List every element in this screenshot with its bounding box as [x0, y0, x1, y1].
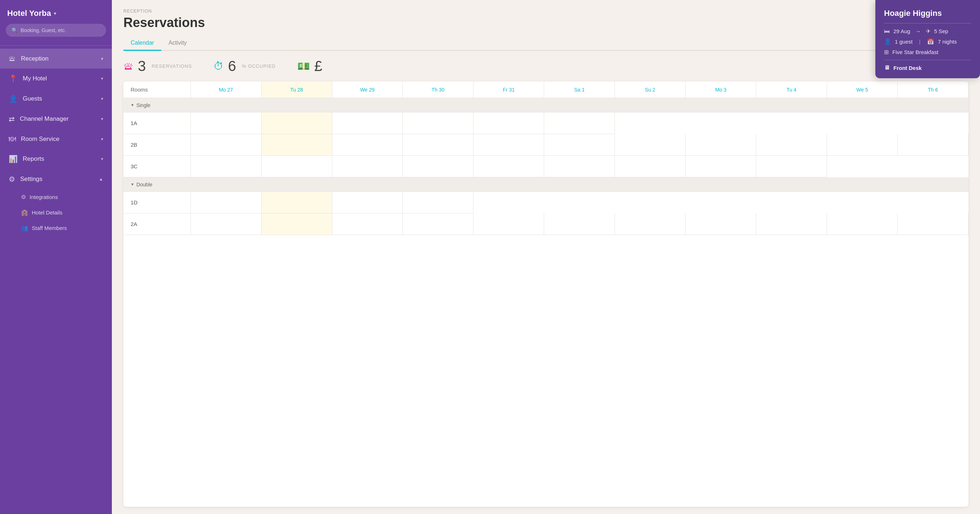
calendar-cell[interactable]: [261, 134, 332, 156]
sidebar-item-guests[interactable]: 👤 Guests ▾: [0, 89, 112, 109]
calendar-cell[interactable]: [402, 156, 473, 177]
room-name-3C: 3C: [123, 156, 191, 177]
table-row: 2B: [123, 134, 969, 156]
stats-bar: 🛎 3 RESERVATIONS ⏱ 6 % OCCUPIED 💵 £: [112, 51, 980, 81]
hotel-details-icon: 🏨: [21, 209, 28, 216]
calendar-cell[interactable]: [473, 213, 544, 235]
sub-item-label: Staff Members: [32, 225, 67, 231]
calendar-cell[interactable]: [898, 213, 969, 235]
sidebar-item-my-hotel[interactable]: 📍 My Hotel ▾: [0, 68, 112, 89]
calendar-cell[interactable]: [473, 113, 544, 134]
sidebar-sub-integrations[interactable]: ⚙ Integrations: [0, 189, 112, 205]
sidebar-item-channel-manager[interactable]: ⇄ Channel Manager ▾: [0, 109, 112, 129]
calendar-cell[interactable]: [261, 192, 332, 213]
calendar-cell[interactable]: [332, 113, 402, 134]
calendar-cell[interactable]: [261, 213, 332, 235]
my-hotel-icon: 📍: [9, 74, 18, 83]
group-header-single[interactable]: ▼ Single: [123, 98, 969, 113]
group-header-double[interactable]: ▼ Double: [123, 177, 969, 192]
calendar-cell[interactable]: [615, 213, 686, 235]
cal-icon: 📅: [927, 38, 934, 45]
calendar-cell[interactable]: [402, 192, 473, 213]
popup-checkout: 5 Sep: [934, 28, 948, 34]
stat-occupied: ⏱ 6 % OCCUPIED: [213, 58, 276, 74]
calendar-cell[interactable]: [544, 213, 615, 235]
calendar-cell[interactable]: [615, 156, 686, 177]
integrations-icon: ⚙: [21, 194, 26, 200]
calendar-cell[interactable]: [827, 134, 898, 156]
calendar-container[interactable]: Rooms Mo 27Tu 28We 29Th 30Fr 31Sa 1Su 2M…: [123, 81, 969, 507]
popup-guests: 1 guest: [895, 38, 913, 45]
calendar-cell[interactable]: [686, 213, 756, 235]
chevron-icon: ▾: [101, 56, 103, 61]
calendar-cell[interactable]: [261, 113, 332, 134]
calendar-cell[interactable]: [191, 156, 261, 177]
bed-icon: 🛏: [884, 28, 890, 35]
main-header: RECEPTION Reservations Calendar Activity: [112, 0, 980, 51]
sidebar-item-label: Reception: [21, 55, 49, 62]
arrow-icon: →: [915, 28, 921, 34]
popup-meal-row: ⊞ Five Star Breakfast: [884, 49, 971, 56]
sidebar: Hotel Yorba ▾ 🔍 🛎 Reception ▾ 📍 My Hotel…: [0, 0, 112, 514]
calendar-cell[interactable]: [827, 213, 898, 235]
calendar-cell[interactable]: [473, 156, 544, 177]
calendar-cell[interactable]: [332, 192, 402, 213]
calendar-cell[interactable]: [261, 156, 332, 177]
occupied-percent: 6: [228, 58, 236, 74]
calendar-cell[interactable]: [473, 134, 544, 156]
room-service-icon: 🍽: [9, 135, 16, 143]
reservations-count: 3: [138, 58, 146, 74]
calendar-cell[interactable]: [332, 134, 402, 156]
calendar-cell[interactable]: [686, 134, 756, 156]
popup-footer: 🖥 Front Desk: [884, 65, 971, 71]
calendar-cell[interactable]: [191, 134, 261, 156]
calendar-cell[interactable]: [898, 134, 969, 156]
calendar-cell[interactable]: [756, 134, 827, 156]
room-name-2B: 2B: [123, 134, 191, 156]
date-col-we5: We 5: [827, 81, 898, 98]
page-title: Reservations: [123, 15, 969, 30]
table-row: 1D: [123, 192, 969, 213]
tab-activity[interactable]: Activity: [161, 36, 194, 51]
room-col-header: Rooms: [123, 81, 191, 98]
calendar-cell[interactable]: [191, 213, 261, 235]
calendar-cell[interactable]: [544, 156, 615, 177]
sidebar-item-reception[interactable]: 🛎 Reception ▾: [0, 49, 112, 68]
popup-nights: 7 nights: [938, 38, 957, 45]
chevron-icon: ▾: [101, 136, 103, 142]
reports-icon: 📊: [9, 155, 18, 163]
sidebar-item-settings[interactable]: ⚙ Settings ▲: [0, 169, 112, 189]
popup-guests-row: 👤 1 guest | 📅 7 nights: [884, 38, 971, 45]
sidebar-item-label: Room Service: [21, 135, 59, 143]
tab-calendar[interactable]: Calendar: [123, 36, 161, 51]
sidebar-item-reports[interactable]: 📊 Reports ▾: [0, 149, 112, 169]
date-col-tu4: Tu 4: [756, 81, 827, 98]
calendar-cell[interactable]: [402, 213, 473, 235]
bell-icon: 🛎: [123, 60, 134, 72]
calendar-cell[interactable]: [756, 213, 827, 235]
chevron-icon: ▾: [101, 116, 103, 122]
sidebar-sub-staff-members[interactable]: 👥 Staff Members: [0, 220, 112, 236]
calendar-cell[interactable]: [191, 113, 261, 134]
chevron-down-icon[interactable]: ▾: [54, 10, 56, 16]
calendar-cell[interactable]: [402, 134, 473, 156]
calendar-cell[interactable]: [544, 113, 615, 134]
calendar-cell[interactable]: [332, 156, 402, 177]
calendar-cell[interactable]: [686, 156, 756, 177]
calendar-cell[interactable]: [402, 113, 473, 134]
date-col-tu28: Tu 28: [261, 81, 332, 98]
search-input[interactable]: [21, 27, 100, 33]
date-col-sa1: Sa 1: [544, 81, 615, 98]
calendar-cell[interactable]: [615, 134, 686, 156]
timer-icon: ⏱: [213, 60, 224, 72]
calendar-cell[interactable]: [191, 192, 261, 213]
room-name-1D: 1D: [123, 192, 191, 213]
calendar-cell[interactable]: [332, 213, 402, 235]
calendar-cell[interactable]: [544, 134, 615, 156]
reservation-popup[interactable]: Hoagie Higgins 🛏 29 Aug → ✈ 5 Sep 👤 1 gu…: [875, 0, 980, 78]
sidebar-item-room-service[interactable]: 🍽 Room Service ▾: [0, 129, 112, 149]
sidebar-sub-hotel-details[interactable]: 🏨 Hotel Details: [0, 205, 112, 220]
calendar-cell[interactable]: [756, 156, 827, 177]
search-bar[interactable]: 🔍: [6, 24, 106, 37]
stat-revenue: 💵 £: [298, 58, 322, 74]
